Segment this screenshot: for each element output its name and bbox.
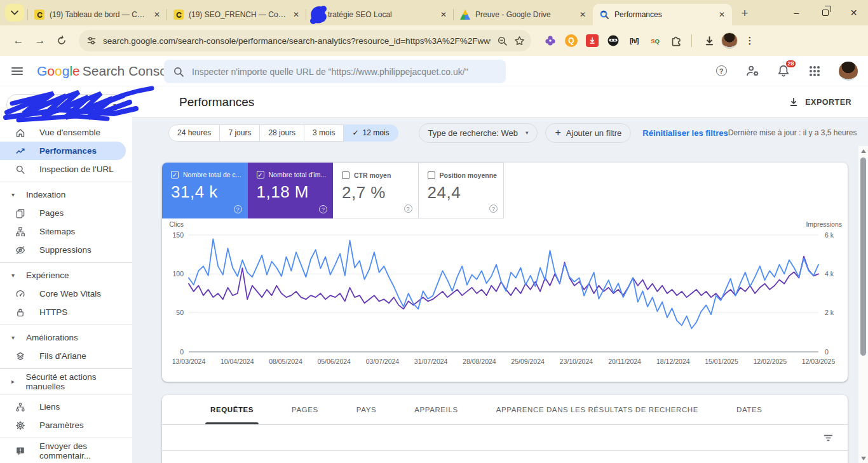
tab-pages[interactable]: PAGES [273,395,337,424]
sidebar-section-ameliorations[interactable]: ▾ Améliorations [0,328,132,347]
browser-profile-avatar[interactable] [721,32,738,49]
gsc-logo[interactable]: GoogleSearch Console [37,64,177,79]
scroll-down-arrow[interactable] [861,457,866,460]
range-7j-button[interactable]: 7 jours [220,124,260,142]
property-selector[interactable]: ▾ [6,94,125,116]
sidebar-item-feedback[interactable]: Envoyer des commentair... [0,441,132,460]
new-tab-button[interactable]: + [736,4,754,22]
range-28j-button[interactable]: 28 jours [260,124,304,142]
reset-filters-link[interactable]: Réinitialiser les filtres [642,128,728,138]
tab-appareils[interactable]: APPAREILS [395,395,477,424]
notifications-button[interactable]: 28 [776,64,790,78]
sidebar-item-sitemaps[interactable]: Sitemaps [0,222,132,241]
sidebar-item-inspection-url[interactable]: Inspection de l'URL [0,160,132,178]
range-12m-button[interactable]: ✓12 mois [344,124,398,142]
line-chart[interactable]: 00502 k1004 k1506 kClicsImpressions13/03… [162,218,848,382]
browser-tab-performances[interactable]: Performances ✕ [593,4,732,25]
user-settings-button[interactable] [745,64,759,78]
tile-total-clicks[interactable]: ✓Nombre total de c... 31,4 k ? [162,163,248,218]
browser-tab-seo-french[interactable]: (19) SEO_FRENCH — ComeU ✕ [167,4,306,25]
page-scrollbar[interactable] [858,146,868,463]
scrollbar-thumb[interactable] [860,158,866,356]
extension-download-icon[interactable] [585,33,600,48]
performance-chart[interactable]: 00502 k1004 k1506 kClicsImpressions13/03… [162,218,848,382]
help-button[interactable]: ? [714,64,728,78]
extension-flower-icon[interactable] [543,33,558,48]
minimize-button[interactable]: – [782,0,811,25]
browser-tab-dashboard[interactable]: (19) Tableau de bord — Com ✕ [28,4,167,25]
sidebar-item-https[interactable]: HTTPS [0,303,132,321]
help-icon[interactable]: ? [489,205,498,213]
sidebar: ▾ Vue d'ensemble Performances Inspection… [0,86,132,463]
help-icon[interactable]: ? [319,205,327,213]
search-type-dropdown[interactable]: Type de recherche: Web ▾ [419,123,538,143]
sidebar-item-core-web-vitals[interactable]: Core Web Vitals [0,285,132,303]
browser-tab-drive[interactable]: Preuve - Google Drive ✕ [454,4,593,25]
site-settings-icon[interactable] [86,36,97,46]
range-24h-button[interactable]: 24 heures [168,124,220,142]
tab-close-icon[interactable]: ✕ [578,10,588,20]
tab-dates[interactable]: DATES [717,395,782,424]
extensions-puzzle-icon[interactable] [668,33,684,48]
address-bar[interactable]: search.google.com/search-console/perform… [79,30,531,51]
notification-badge: 28 [785,60,796,68]
extension-seoquake-icon[interactable]: SQ [648,33,663,48]
sidebar-item-fils-dariane[interactable]: Fils d'Ariane [0,347,132,365]
help-icon[interactable]: ? [404,205,412,213]
logo-letter: o [55,64,62,78]
url-text[interactable]: search.google.com/search-console/perform… [103,36,491,46]
tab-close-icon[interactable]: ✕ [438,10,449,20]
maximize-button[interactable] [811,0,839,25]
tile-average-position[interactable]: Position moyenne 24,4 ? [419,163,505,218]
account-avatar[interactable] [839,62,858,81]
plus-icon: + [555,127,560,138]
forward-button[interactable]: → [31,31,50,50]
sidebar-item-performances[interactable]: Performances [0,142,126,160]
reload-button[interactable] [52,31,71,50]
sidebar-divider [0,368,132,369]
sidebar-section-indexation[interactable]: ▾ Indexation [0,185,132,204]
sidebar-section-securite[interactable]: ▸ Sécurité et actions manuelles [0,372,132,391]
sidebar-item-liens[interactable]: Liens [0,398,132,416]
add-filter-button[interactable]: + Ajouter un filtre [545,123,631,143]
sidebar-item-vue-densemble[interactable]: Vue d'ensemble [0,123,132,142]
tile-value: 31,4 k [171,182,248,202]
filter-list-icon[interactable] [823,433,834,443]
close-window-button[interactable]: ✕ [839,0,868,25]
google-apps-button[interactable] [808,64,822,78]
checkbox-checked-icon[interactable]: ✓ [171,171,179,178]
extension-h-icon[interactable]: [h/] [627,33,642,48]
back-button[interactable]: ← [9,31,28,50]
checkbox-checked-icon[interactable]: ✓ [257,171,264,178]
checkbox-empty-icon[interactable] [428,171,435,179]
tab-apparence[interactable]: APPARENCE DANS LES RÉSULTATS DE RECHERCH… [477,395,717,424]
browser-tab-strategie-seo[interactable]: tratégie SEO Local ✕ [306,4,454,25]
tab-close-icon[interactable]: ✕ [152,10,162,20]
tab-close-icon[interactable]: ✕ [717,10,727,20]
checkbox-empty-icon[interactable] [342,171,349,179]
tab-search-button[interactable] [5,4,24,22]
tab-close-icon[interactable]: ✕ [291,10,301,20]
svg-text:50: 50 [176,309,184,316]
sidebar-item-parametres[interactable]: Paramètres [0,416,132,434]
zoom-icon[interactable] [497,36,508,46]
export-button[interactable]: EXPORTER [789,97,851,107]
sidebar-item-pages[interactable]: Pages [0,204,132,222]
menu-hamburger-icon[interactable] [11,67,23,75]
url-inspection-search[interactable] [164,60,506,83]
downloads-button[interactable] [700,31,719,50]
help-icon[interactable]: ? [234,205,242,213]
extension-ninja-icon[interactable] [606,33,621,48]
extension-q-icon[interactable]: Q [564,33,579,48]
tile-average-ctr[interactable]: CTR moyen 2,7 % ? [333,163,419,218]
bookmark-star-icon[interactable] [514,36,525,46]
sidebar-item-suppressions[interactable]: Suppressions [0,241,132,259]
sidebar-section-experience[interactable]: ▾ Expérience [0,266,132,285]
range-3m-button[interactable]: 3 mois [304,124,344,142]
url-inspection-input[interactable] [192,67,497,77]
scroll-up-arrow[interactable] [861,149,866,153]
tile-total-impressions[interactable]: ✓Nombre total d'im... 1,18 M ? [248,163,334,218]
tab-pays[interactable]: PAYS [337,395,395,424]
browser-menu-button[interactable]: ⋮ [740,31,759,50]
tab-requetes[interactable]: REQUÊTES [191,395,273,424]
